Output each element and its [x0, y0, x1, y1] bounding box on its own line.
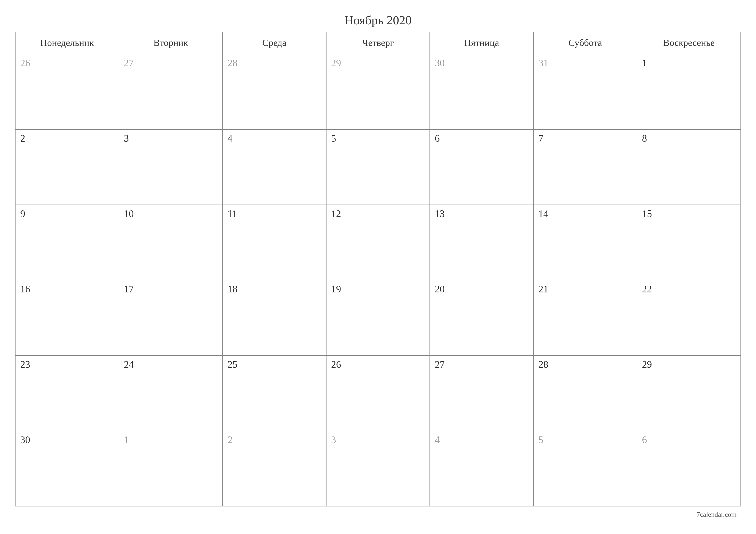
calendar-day-cell: 6 [430, 129, 533, 205]
calendar-day-cell: 29 [637, 355, 741, 431]
calendar-day-cell: 25 [223, 355, 326, 431]
calendar-week-row: 30 1 2 3 4 5 6 [15, 431, 741, 506]
calendar-day-cell: 26 [15, 54, 119, 129]
calendar-day-cell: 10 [119, 205, 223, 280]
calendar-day-cell: 26 [326, 355, 430, 431]
calendar-week-row: 23 24 25 26 27 28 29 [15, 355, 741, 431]
calendar-day-cell: 11 [223, 205, 326, 280]
calendar-day-cell: 3 [119, 129, 223, 205]
weekday-header: Суббота [533, 32, 637, 54]
calendar-day-cell: 14 [533, 205, 637, 280]
calendar-day-cell: 23 [15, 355, 119, 431]
footer-credit: 7calendar.com [696, 511, 737, 519]
calendar-day-cell: 21 [533, 280, 637, 355]
weekday-header: Вторник [119, 32, 223, 54]
calendar-week-row: 2 3 4 5 6 7 8 [15, 129, 741, 205]
calendar-day-cell: 27 [430, 355, 533, 431]
calendar-table: Понедельник Вторник Среда Четверг Пятниц… [15, 32, 741, 506]
calendar-day-cell: 8 [637, 129, 741, 205]
calendar-page: Ноябрь 2020 Понедельник Вторник Среда Че… [0, 0, 756, 534]
weekday-header-row: Понедельник Вторник Среда Четверг Пятниц… [15, 32, 741, 54]
calendar-day-cell: 28 [223, 54, 326, 129]
calendar-day-cell: 29 [326, 54, 430, 129]
calendar-week-row: 16 17 18 19 20 21 22 [15, 280, 741, 355]
calendar-day-cell: 12 [326, 205, 430, 280]
calendar-day-cell: 30 [430, 54, 533, 129]
weekday-header: Пятница [430, 32, 533, 54]
calendar-day-cell: 7 [533, 129, 637, 205]
calendar-day-cell: 16 [15, 280, 119, 355]
weekday-header: Четверг [326, 32, 430, 54]
calendar-day-cell: 2 [15, 129, 119, 205]
calendar-day-cell: 9 [15, 205, 119, 280]
calendar-day-cell: 28 [533, 355, 637, 431]
calendar-day-cell: 6 [637, 431, 741, 506]
weekday-header: Среда [223, 32, 326, 54]
calendar-day-cell: 1 [119, 431, 223, 506]
calendar-day-cell: 2 [223, 431, 326, 506]
calendar-day-cell: 24 [119, 355, 223, 431]
calendar-day-cell: 1 [637, 54, 741, 129]
calendar-week-row: 9 10 11 12 13 14 15 [15, 205, 741, 280]
calendar-day-cell: 4 [430, 431, 533, 506]
calendar-day-cell: 17 [119, 280, 223, 355]
weekday-header: Воскресенье [637, 32, 741, 54]
calendar-day-cell: 5 [326, 129, 430, 205]
calendar-day-cell: 27 [119, 54, 223, 129]
page-title: Ноябрь 2020 [15, 13, 741, 27]
calendar-day-cell: 5 [533, 431, 637, 506]
calendar-day-cell: 13 [430, 205, 533, 280]
calendar-body: 26 27 28 29 30 31 1 2 3 4 5 6 7 8 9 10 1… [15, 54, 741, 506]
calendar-day-cell: 19 [326, 280, 430, 355]
weekday-header: Понедельник [15, 32, 119, 54]
calendar-day-cell: 31 [533, 54, 637, 129]
calendar-week-row: 26 27 28 29 30 31 1 [15, 54, 741, 129]
calendar-day-cell: 3 [326, 431, 430, 506]
calendar-day-cell: 15 [637, 205, 741, 280]
calendar-day-cell: 22 [637, 280, 741, 355]
calendar-day-cell: 20 [430, 280, 533, 355]
calendar-day-cell: 18 [223, 280, 326, 355]
calendar-day-cell: 4 [223, 129, 326, 205]
calendar-day-cell: 30 [15, 431, 119, 506]
